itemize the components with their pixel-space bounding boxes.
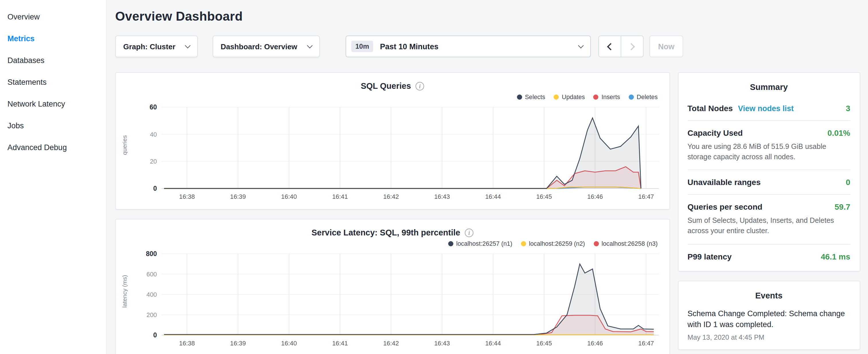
chart-panel-service-latency: Service Latency: SQL, 99th percentile i …: [115, 219, 670, 354]
svg-text:200: 200: [147, 311, 157, 319]
charts-column: SQL Queries i SelectsUpdatesInsertsDelet…: [115, 72, 670, 354]
svg-text:16:41: 16:41: [332, 340, 348, 347]
svg-text:40: 40: [150, 131, 157, 138]
chevron-right-icon: [627, 43, 635, 50]
svg-text:16:42: 16:42: [383, 340, 399, 347]
time-forward-button[interactable]: [621, 35, 644, 57]
app-window: Overview Metrics Databases Statements Ne…: [0, 0, 868, 354]
svg-text:16:44: 16:44: [485, 193, 501, 200]
legend-item[interactable]: localhost:26258 (n3): [593, 240, 658, 247]
graph-dropdown-label: Graph: Cluster: [123, 42, 175, 51]
y-axis-label: queries: [121, 135, 128, 155]
summary-row-queries-per-second: Queries per second 59.7 Sum of Selects, …: [687, 194, 850, 244]
legend-item[interactable]: Updates: [554, 93, 585, 100]
sidebar-item-advanced-debug[interactable]: Advanced Debug: [7, 136, 106, 158]
svg-text:16:44: 16:44: [485, 340, 501, 347]
summary-value: 59.7: [835, 202, 850, 212]
svg-text:16:45: 16:45: [536, 340, 552, 347]
summary-row-capacity-used: Capacity Used 0.01% You are using 28.6 M…: [687, 120, 850, 170]
service-latency-chart: 16:3816:3916:4016:4116:4216:4316:4416:45…: [129, 248, 666, 350]
chart-plot-area: queries 16:3816:3916:4016:4116:4216:4316…: [116, 101, 669, 203]
summary-row-p99-latency: P99 latency 46.1 ms: [687, 244, 850, 268]
events-title: Events: [687, 281, 850, 304]
right-sidebar: Summary Total Nodes View nodes list 3 Ca…: [678, 72, 860, 350]
svg-text:0: 0: [153, 185, 157, 192]
summary-label: Unavailable ranges: [687, 178, 761, 187]
summary-value: 0.01%: [828, 128, 850, 137]
events-panel: Events Schema Change Completed: Schema c…: [678, 280, 860, 350]
svg-text:16:41: 16:41: [332, 193, 348, 200]
time-range-badge: 10m: [351, 41, 373, 52]
sidebar-item-network-latency[interactable]: Network Latency: [7, 93, 106, 115]
summary-value: 46.1 ms: [821, 252, 850, 261]
summary-title: Summary: [687, 73, 850, 96]
chart-plot-area: latency (ms) 16:3816:3916:4016:4116:4216…: [116, 248, 669, 350]
svg-text:16:40: 16:40: [281, 193, 297, 200]
time-step-buttons: [598, 35, 644, 57]
time-range-label: Past 10 Minutes: [380, 42, 573, 51]
svg-text:20: 20: [150, 158, 157, 165]
summary-label: Capacity Used: [687, 128, 743, 137]
dashboard-dropdown[interactable]: Dashboard: Overview: [213, 35, 320, 57]
event-item: Schema Change Completed: Schema change w…: [687, 304, 850, 347]
graph-dropdown[interactable]: Graph: Cluster: [115, 35, 198, 57]
chart-title: SQL Queries: [361, 81, 411, 91]
left-nav: Overview Metrics Databases Statements Ne…: [0, 0, 106, 354]
dashboard-dropdown-label: Dashboard: Overview: [221, 42, 297, 51]
now-button[interactable]: Now: [649, 35, 683, 57]
summary-subtext: You are using 28.6 MiB of 515.9 GiB usab…: [687, 141, 850, 162]
info-icon[interactable]: i: [415, 82, 424, 90]
chevron-down-icon: [185, 43, 191, 49]
svg-text:16:45: 16:45: [536, 193, 552, 200]
svg-text:16:39: 16:39: [230, 340, 246, 347]
chart-legend: localhost:26257 (n1)localhost:26259 (n2)…: [116, 238, 669, 248]
sidebar-item-statements[interactable]: Statements: [7, 71, 106, 93]
summary-label: Total Nodes: [687, 104, 733, 113]
summary-value: 3: [846, 104, 850, 113]
chart-header: Service Latency: SQL, 99th percentile i: [116, 219, 669, 238]
chevron-left-icon: [607, 43, 614, 50]
summary-label: Queries per second: [687, 202, 762, 212]
svg-text:0: 0: [153, 331, 157, 339]
svg-text:16:47: 16:47: [638, 340, 654, 347]
chart-title: Service Latency: SQL, 99th percentile: [311, 228, 460, 237]
sidebar-item-databases[interactable]: Databases: [7, 49, 106, 71]
summary-subtext: Sum of Selects, Updates, Inserts, and De…: [687, 216, 850, 236]
svg-text:60: 60: [150, 103, 157, 111]
summary-row-total-nodes: Total Nodes View nodes list 3: [687, 96, 850, 120]
svg-text:16:42: 16:42: [383, 193, 399, 200]
legend-item[interactable]: localhost:26259 (n2): [521, 240, 585, 247]
view-nodes-list-link[interactable]: View nodes list: [738, 104, 794, 113]
time-back-button[interactable]: [598, 35, 621, 57]
svg-text:16:43: 16:43: [434, 340, 450, 347]
summary-label: P99 latency: [687, 252, 732, 261]
sidebar-item-metrics[interactable]: Metrics: [7, 28, 106, 49]
dashboard-body: SQL Queries i SelectsUpdatesInsertsDelet…: [115, 72, 860, 354]
toolbar: Graph: Cluster Dashboard: Overview 10m P…: [115, 35, 860, 57]
chevron-down-icon: [578, 43, 584, 49]
summary-row-unavailable-ranges: Unavailable ranges 0: [687, 170, 850, 194]
info-icon[interactable]: i: [465, 228, 473, 237]
svg-text:16:38: 16:38: [179, 340, 195, 347]
svg-text:600: 600: [147, 271, 157, 278]
event-text: Schema Change Completed: Schema change w…: [687, 308, 850, 330]
y-axis-label: latency (ms): [121, 275, 128, 308]
main-content: Overview Dashboard Graph: Cluster Dashbo…: [106, 0, 868, 354]
svg-text:16:47: 16:47: [638, 193, 654, 200]
svg-text:16:38: 16:38: [179, 193, 195, 200]
legend-item[interactable]: Deletes: [629, 93, 658, 100]
svg-text:400: 400: [147, 291, 157, 298]
legend-item[interactable]: Inserts: [593, 93, 620, 100]
chevron-down-icon: [307, 43, 313, 49]
sidebar-item-overview[interactable]: Overview: [7, 6, 106, 28]
legend-item[interactable]: localhost:26257 (n1): [448, 240, 513, 247]
legend-item[interactable]: Selects: [517, 93, 545, 100]
svg-text:800: 800: [146, 250, 157, 257]
chart-panel-sql-queries: SQL Queries i SelectsUpdatesInsertsDelet…: [115, 72, 670, 210]
summary-value: 0: [846, 178, 850, 187]
time-range-picker[interactable]: 10m Past 10 Minutes: [346, 35, 591, 57]
svg-text:16:46: 16:46: [587, 340, 603, 347]
svg-text:16:40: 16:40: [281, 340, 297, 347]
svg-text:16:39: 16:39: [230, 193, 246, 200]
sidebar-item-jobs[interactable]: Jobs: [7, 115, 106, 136]
